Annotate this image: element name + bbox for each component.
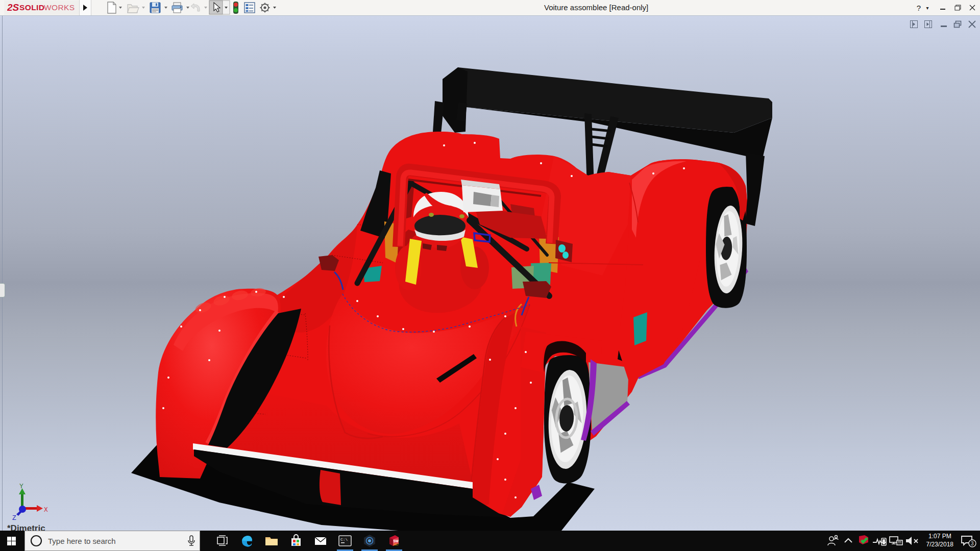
svg-text:3: 3: [971, 541, 974, 546]
svg-text:Y: Y: [19, 483, 23, 490]
svg-text:Z: Z: [12, 514, 16, 520]
svg-text:SW: SW: [394, 539, 399, 543]
svg-text:X: X: [44, 506, 48, 514]
svg-text:C:\: C:\: [340, 537, 348, 542]
svg-text:2S: 2S: [7, 2, 19, 13]
svg-text:SOLID: SOLID: [19, 3, 44, 12]
svg-text:WORKS: WORKS: [44, 3, 75, 12]
svg-text:2017: 2017: [394, 543, 399, 546]
